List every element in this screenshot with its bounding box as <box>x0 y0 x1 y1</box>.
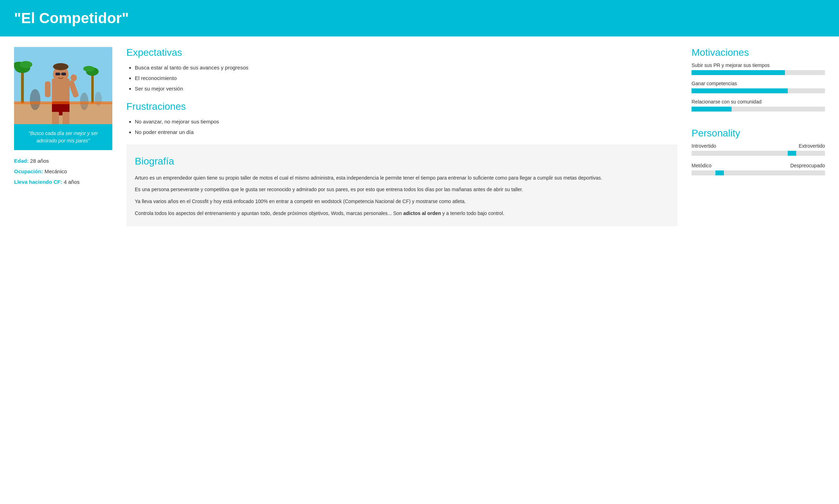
edad-value: 28 años <box>30 158 49 164</box>
motivation-label-1: Subir sus PR y mejorar sus tiempos <box>692 62 825 68</box>
slider-track-1 <box>692 151 825 156</box>
middle-column: Expectativas Busca estar al tanto de sus… <box>126 47 678 226</box>
svg-rect-11 <box>55 73 60 75</box>
right-column: Motivaciones Subir sus PR y mejorar sus … <box>692 47 825 226</box>
quote-text: "Busco cada día ser mejor y ser admirado… <box>28 130 98 143</box>
personality-right-1: Extrovertido <box>799 143 825 149</box>
motivation-item-3: Relacionarse con su comunidad <box>692 99 825 112</box>
cf-row: Lleva haciendo CF: 4 años <box>14 177 112 187</box>
ocupacion-value: Mecánico <box>45 168 67 174</box>
cf-value: 4 años <box>64 179 80 185</box>
personality-left-2: Metódico <box>692 163 712 168</box>
svg-point-5 <box>20 61 32 68</box>
biografia-p2: Es una persona perseverante y competitiv… <box>135 186 669 194</box>
svg-point-8 <box>83 66 94 72</box>
personality-right-2: Despreocupado <box>790 163 825 168</box>
motivation-bar-fill-3 <box>692 107 732 112</box>
frustraciones-title: Frustraciones <box>126 101 678 112</box>
bold-phrase: adictos al orden <box>403 210 441 216</box>
quote-box: "Busco cada día ser mejor y ser admirado… <box>14 124 112 150</box>
personality-title: Personality <box>692 128 825 139</box>
profile-info: Edad: 28 años Ocupación: Mecánico Lleva … <box>14 150 112 193</box>
personality-left-1: Introvertido <box>692 143 716 149</box>
ocupacion-row: Ocupación: Mecánico <box>14 166 112 177</box>
personality-labels-2: Metódico Despreocupado <box>692 163 825 168</box>
ocupacion-label: Ocupación: <box>14 168 43 174</box>
svg-rect-17 <box>72 74 75 79</box>
personality-section: Personality Introvertido Extrovertido Me… <box>692 128 825 182</box>
profile-image <box>14 47 112 124</box>
svg-point-22 <box>30 89 40 110</box>
motivation-bar-fill-1 <box>692 70 785 75</box>
motivation-bar-track-1 <box>692 70 825 75</box>
expectativa-item-1: Busca estar al tanto de sus avances y pr… <box>135 62 678 73</box>
slider-indicator-1 <box>788 151 796 156</box>
motivation-item-2: Ganar competencias <box>692 81 825 93</box>
frustraciones-list: No avanzar, no mejorar sus tiempos No po… <box>126 116 678 137</box>
svg-rect-12 <box>61 73 66 75</box>
svg-rect-25 <box>14 101 112 104</box>
motivation-bar-track-3 <box>692 107 825 112</box>
expectativa-item-2: El reconocimiento <box>135 73 678 83</box>
expectativas-section: Expectativas Busca estar al tanto de sus… <box>126 47 678 94</box>
motivation-bar-track-2 <box>692 88 825 93</box>
frustracion-item-1: No avanzar, no mejorar sus tiempos <box>135 116 678 127</box>
motivation-label-3: Relacionarse con su comunidad <box>692 99 825 105</box>
svg-rect-18 <box>45 81 51 97</box>
motivation-item-1: Subir sus PR y mejorar sus tiempos <box>692 62 825 75</box>
svg-rect-2 <box>21 68 24 103</box>
motivaciones-section: Motivaciones Subir sus PR y mejorar sus … <box>692 47 825 117</box>
cf-label: Lleva haciendo CF: <box>14 179 62 185</box>
main-content: "Busco cada día ser mejor y ser admirado… <box>0 36 839 237</box>
motivaciones-title: Motivaciones <box>692 47 825 58</box>
header: "El Competidor" <box>0 0 839 36</box>
frustracion-item-2: No poder entrenar un día <box>135 127 678 137</box>
svg-rect-20 <box>52 112 59 124</box>
personality-item-2: Metódico Despreocupado <box>692 163 825 175</box>
motivation-label-2: Ganar competencias <box>692 81 825 86</box>
expectativas-list: Busca estar al tanto de sus avances y pr… <box>126 62 678 94</box>
biografia-title: Biografía <box>135 153 669 170</box>
expectativas-title: Expectativas <box>126 47 678 58</box>
svg-rect-21 <box>62 112 70 124</box>
profile-photo <box>14 47 112 124</box>
svg-point-14 <box>53 63 68 70</box>
motivation-bar-fill-2 <box>692 88 788 93</box>
slider-indicator-2 <box>715 170 724 175</box>
biografia-p3: Ya lleva varios años en el Crossfit y ho… <box>135 197 669 206</box>
biografia-p4: Controla todos los aspectos del entrenam… <box>135 209 669 218</box>
personality-item-1: Introvertido Extrovertido <box>692 143 825 156</box>
left-column: "Busco cada día ser mejor y ser admirado… <box>14 47 112 226</box>
edad-row: Edad: 28 años <box>14 156 112 166</box>
expectativa-item-3: Ser su mejor versión <box>135 83 678 94</box>
page-title: "El Competidor" <box>14 10 825 27</box>
biografia-p1: Arturo es un emprendedor quien tiene su … <box>135 174 669 182</box>
edad-label: Edad: <box>14 158 29 164</box>
personality-labels-1: Introvertido Extrovertido <box>692 143 825 149</box>
slider-track-2 <box>692 170 825 175</box>
biografia-section: Biografía Arturo es un emprendedor quien… <box>126 145 678 226</box>
frustraciones-section: Frustraciones No avanzar, no mejorar sus… <box>126 101 678 137</box>
svg-rect-6 <box>91 72 94 103</box>
